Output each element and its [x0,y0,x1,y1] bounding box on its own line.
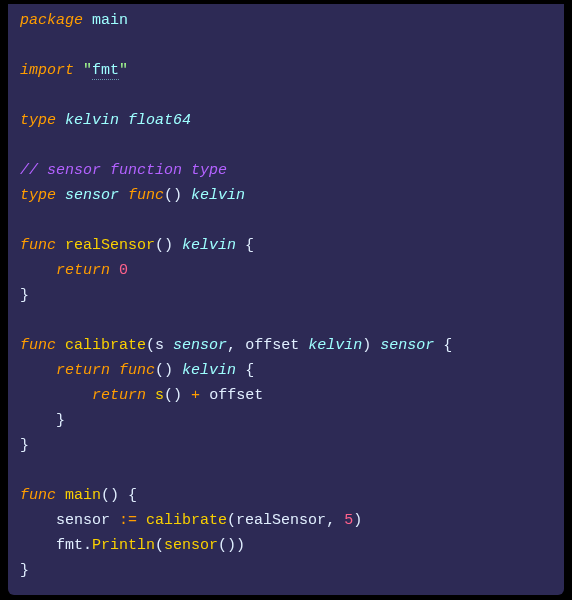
number: 0 [119,262,128,279]
code-editor: package main import "fmt" type kelvin fl… [8,4,564,595]
type-base: float64 [128,112,191,129]
argument: realSensor [236,512,326,529]
keyword: func [119,362,155,379]
keyword: type [20,187,56,204]
paren: ( [227,512,236,529]
string-quote: " [119,62,128,79]
keyword: return [92,387,146,404]
paren: ( [146,337,155,354]
type-ref: kelvin [182,362,236,379]
dot: . [83,537,92,554]
brace: } [20,287,29,304]
keyword: import [20,62,74,79]
type-name: kelvin [65,112,119,129]
paren: () [155,362,173,379]
brace: { [245,237,254,254]
brace: } [20,437,29,454]
paren: () [155,237,173,254]
number: 5 [344,512,353,529]
paren: () [218,537,236,554]
brace: { [443,337,452,354]
import-path: fmt [92,62,119,80]
paren: ( [155,537,164,554]
package-ref: fmt [56,537,83,554]
type-ref: kelvin [182,237,236,254]
brace: { [245,362,254,379]
keyword: return [56,262,110,279]
package-name: main [92,12,128,29]
function-name: main [65,487,101,504]
paren: () [101,487,119,504]
function-name: realSensor [65,237,155,254]
indent [20,262,56,279]
indent [20,512,56,529]
keyword: func [128,187,164,204]
paren: () [164,387,182,404]
paren: ) [362,337,371,354]
brace: } [20,562,29,579]
brace: } [56,412,65,429]
keyword: func [20,237,56,254]
indent [20,362,56,379]
type-name: sensor [65,187,119,204]
keyword: type [20,112,56,129]
identifier: offset [209,387,263,404]
identifier: sensor [56,512,110,529]
function-call: sensor [164,537,218,554]
indent [20,387,92,404]
operator: + [191,387,200,404]
indent [20,412,56,429]
comma: , [326,512,335,529]
type-ref: sensor [173,337,227,354]
param: s [155,337,164,354]
keyword: func [20,337,56,354]
keyword: package [20,12,83,29]
comment: // sensor function type [20,162,227,179]
paren: ) [353,512,362,529]
operator: := [119,512,137,529]
type-ref: sensor [380,337,434,354]
indent [20,537,56,554]
function-name: calibrate [65,337,146,354]
function-call: Println [92,537,155,554]
keyword: func [20,487,56,504]
function-call: calibrate [146,512,227,529]
function-call: s [155,387,164,404]
comma: , [227,337,236,354]
string-quote: " [83,62,92,79]
code-content: package main import "fmt" type kelvin fl… [20,8,552,583]
keyword: return [56,362,110,379]
param: offset [245,337,299,354]
paren: ) [236,537,245,554]
type-ref: kelvin [191,187,245,204]
type-ref: kelvin [308,337,362,354]
brace: { [128,487,137,504]
paren: () [164,187,182,204]
